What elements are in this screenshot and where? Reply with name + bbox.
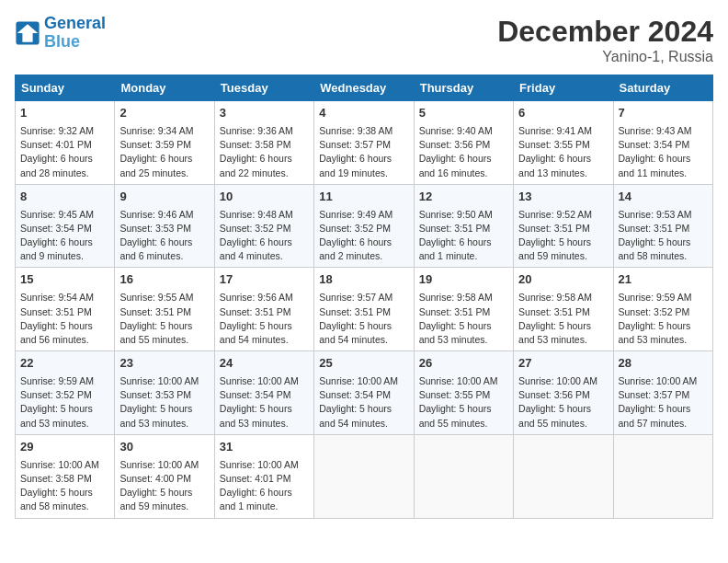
- day-info: Sunset: 3:57 PM: [319, 138, 408, 152]
- day-info: and 58 minutes.: [20, 500, 109, 513]
- day-info: Sunrise: 9:46 AM: [119, 208, 209, 222]
- day-number: 24: [220, 355, 309, 373]
- day-info: Sunrise: 9:45 AM: [20, 208, 109, 222]
- day-info: Daylight: 6 hours: [319, 236, 408, 249]
- day-info: Sunrise: 9:32 AM: [20, 124, 109, 138]
- day-info: Sunset: 3:55 PM: [419, 388, 508, 402]
- day-info: Sunrise: 10:00 AM: [20, 458, 109, 472]
- title-block: December 2024 Yanino-1, Russia: [497, 15, 713, 65]
- day-info: Daylight: 6 hours: [619, 152, 708, 166]
- day-info: Sunset: 3:51 PM: [518, 305, 608, 319]
- day-info: Sunset: 3:54 PM: [619, 138, 708, 152]
- day-number: 23: [119, 355, 209, 373]
- day-number: 29: [20, 439, 109, 456]
- calendar-cell: 28Sunrise: 10:00 AMSunset: 3:57 PMDaylig…: [613, 351, 712, 435]
- day-info: Sunset: 3:54 PM: [319, 388, 408, 402]
- calendar-cell: 12Sunrise: 9:50 AMSunset: 3:51 PMDayligh…: [414, 184, 513, 268]
- day-info: Daylight: 6 hours: [220, 152, 309, 166]
- day-info: Sunrise: 10:00 AM: [319, 374, 408, 388]
- day-info: Daylight: 5 hours: [419, 402, 508, 416]
- day-info: Sunrise: 9:54 AM: [20, 291, 109, 304]
- day-info: and 1 minute.: [220, 500, 309, 513]
- day-info: and 9 minutes.: [20, 249, 109, 263]
- day-info: Sunrise: 9:53 AM: [619, 208, 708, 222]
- day-number: 21: [619, 271, 708, 289]
- day-info: and 53 minutes.: [119, 417, 209, 431]
- day-info: Daylight: 5 hours: [518, 236, 608, 249]
- column-header-thursday: Thursday: [414, 75, 513, 101]
- day-info: Sunset: 3:52 PM: [619, 305, 708, 319]
- day-number: 10: [220, 189, 309, 206]
- column-header-saturday: Saturday: [613, 75, 712, 101]
- day-info: Daylight: 5 hours: [619, 236, 708, 249]
- day-info: Sunset: 3:51 PM: [220, 305, 309, 319]
- day-info: Daylight: 5 hours: [220, 319, 309, 333]
- day-number: 14: [619, 189, 708, 206]
- calendar-cell: 30Sunrise: 10:00 AMSunset: 4:00 PMDaylig…: [115, 434, 214, 518]
- day-info: Sunrise: 9:58 AM: [419, 291, 508, 304]
- day-info: Sunrise: 9:50 AM: [419, 208, 508, 222]
- day-number: 26: [419, 355, 508, 373]
- day-info: Daylight: 6 hours: [20, 152, 109, 166]
- calendar-week-4: 22Sunrise: 9:59 AMSunset: 3:52 PMDayligh…: [16, 351, 713, 435]
- day-info: Sunrise: 9:34 AM: [119, 124, 209, 138]
- day-info: Sunset: 3:58 PM: [20, 472, 109, 486]
- day-number: 27: [518, 355, 608, 373]
- calendar-cell: 31Sunrise: 10:00 AMSunset: 4:01 PMDaylig…: [214, 434, 313, 518]
- calendar-cell: 2Sunrise: 9:34 AMSunset: 3:59 PMDaylight…: [115, 101, 214, 185]
- day-info: Sunrise: 9:38 AM: [319, 124, 408, 138]
- day-number: 22: [20, 355, 109, 373]
- day-info: Sunrise: 10:00 AM: [419, 374, 508, 388]
- day-info: Daylight: 5 hours: [20, 319, 109, 333]
- calendar-cell: 1Sunrise: 9:32 AMSunset: 4:01 PMDaylight…: [16, 101, 115, 185]
- day-info: Sunset: 3:55 PM: [518, 138, 608, 152]
- day-info: and 16 minutes.: [419, 167, 508, 180]
- location: Yanino-1, Russia: [497, 49, 713, 65]
- day-info: Daylight: 5 hours: [20, 402, 109, 416]
- calendar-cell: [514, 434, 613, 518]
- day-info: Daylight: 5 hours: [518, 319, 608, 333]
- day-info: Sunset: 4:01 PM: [20, 138, 109, 152]
- column-header-sunday: Sunday: [16, 75, 115, 101]
- day-info: Sunrise: 10:00 AM: [119, 458, 209, 472]
- calendar-cell: [414, 434, 513, 518]
- day-info: Sunset: 3:53 PM: [119, 388, 209, 402]
- column-header-monday: Monday: [115, 75, 214, 101]
- day-info: Sunrise: 9:36 AM: [220, 124, 309, 138]
- day-info: Daylight: 5 hours: [119, 486, 209, 500]
- calendar-cell: 7Sunrise: 9:43 AMSunset: 3:54 PMDaylight…: [613, 101, 712, 185]
- day-info: Sunset: 3:56 PM: [419, 138, 508, 152]
- day-info: Sunrise: 9:48 AM: [220, 208, 309, 222]
- day-info: Daylight: 6 hours: [20, 236, 109, 249]
- day-info: Sunset: 3:58 PM: [220, 138, 309, 152]
- day-number: 2: [119, 105, 209, 122]
- day-info: Sunset: 3:57 PM: [619, 388, 708, 402]
- day-info: Daylight: 5 hours: [220, 402, 309, 416]
- day-number: 31: [220, 439, 309, 456]
- day-info: Daylight: 6 hours: [518, 152, 608, 166]
- calendar-cell: 10Sunrise: 9:48 AMSunset: 3:52 PMDayligh…: [214, 184, 313, 268]
- day-info: and 53 minutes.: [20, 417, 109, 431]
- day-info: and 54 minutes.: [319, 417, 408, 431]
- day-info: Daylight: 5 hours: [619, 319, 708, 333]
- day-info: and 53 minutes.: [619, 333, 708, 347]
- column-header-tuesday: Tuesday: [214, 75, 313, 101]
- day-info: and 22 minutes.: [220, 167, 309, 180]
- day-number: 7: [619, 105, 708, 122]
- day-info: Sunset: 4:00 PM: [119, 472, 209, 486]
- day-number: 1: [20, 105, 109, 122]
- calendar-cell: 8Sunrise: 9:45 AMSunset: 3:54 PMDaylight…: [16, 184, 115, 268]
- day-number: 19: [419, 271, 508, 289]
- day-info: and 25 minutes.: [119, 167, 209, 180]
- day-info: and 19 minutes.: [319, 167, 408, 180]
- day-info: Sunset: 3:52 PM: [20, 388, 109, 402]
- day-info: and 58 minutes.: [619, 249, 708, 263]
- calendar-cell: 3Sunrise: 9:36 AMSunset: 3:58 PMDaylight…: [214, 101, 313, 185]
- calendar-cell: 5Sunrise: 9:40 AMSunset: 3:56 PMDaylight…: [414, 101, 513, 185]
- day-info: Sunset: 3:52 PM: [319, 222, 408, 236]
- day-info: and 59 minutes.: [518, 249, 608, 263]
- day-info: Sunset: 3:53 PM: [119, 222, 209, 236]
- day-info: Sunset: 3:56 PM: [518, 388, 608, 402]
- calendar-body: 1Sunrise: 9:32 AMSunset: 4:01 PMDaylight…: [16, 101, 713, 519]
- calendar-cell: 14Sunrise: 9:53 AMSunset: 3:51 PMDayligh…: [613, 184, 712, 268]
